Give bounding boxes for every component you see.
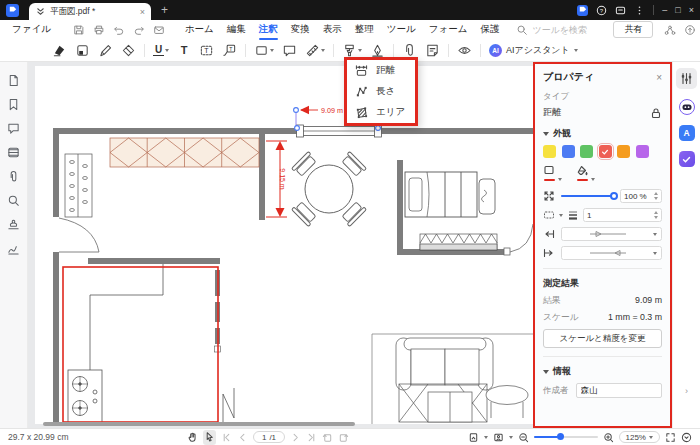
- attachment-icon[interactable]: [7, 170, 20, 183]
- fullscreen-icon[interactable]: [665, 432, 676, 443]
- highlight-icon[interactable]: [52, 43, 67, 58]
- document-tab[interactable]: 平面図.pdf * ×: [29, 3, 151, 20]
- panel-collapse-arrow[interactable]: ›: [685, 386, 688, 396]
- share-button[interactable]: 共有: [613, 21, 653, 38]
- stamp-icon[interactable]: [7, 218, 20, 231]
- menu-convert[interactable]: 変換: [289, 22, 312, 37]
- info-section[interactable]: 情報: [543, 365, 662, 378]
- save-icon[interactable]: [73, 24, 85, 36]
- rotate-left-icon[interactable]: [322, 432, 333, 443]
- new-tab-button[interactable]: +: [161, 4, 168, 16]
- collaborate-icon[interactable]: [664, 24, 676, 36]
- signature-icon[interactable]: [7, 242, 20, 255]
- textbox-icon[interactable]: T: [199, 43, 214, 58]
- select-tool-active[interactable]: [203, 430, 216, 445]
- hand-tool-icon[interactable]: [187, 432, 198, 443]
- menu-annotate[interactable]: 注釈: [257, 22, 280, 37]
- redo-icon[interactable]: [133, 24, 145, 36]
- help-icon[interactable]: ?: [596, 5, 607, 16]
- selection-handle[interactable]: [295, 126, 300, 131]
- line-end-select[interactable]: [561, 246, 662, 260]
- lock-icon[interactable]: [650, 107, 662, 119]
- tasks-icon[interactable]: [679, 151, 695, 167]
- area-highlight-icon[interactable]: [75, 43, 90, 58]
- minimize-button[interactable]: –: [662, 5, 667, 15]
- page-number-box[interactable]: 1 /1: [253, 431, 285, 443]
- tab-close-icon[interactable]: ×: [140, 7, 145, 17]
- menu-item-distance[interactable]: 距離: [347, 60, 415, 81]
- app-logo-icon[interactable]: [6, 4, 19, 17]
- text-icon[interactable]: T: [177, 44, 191, 56]
- first-page-icon[interactable]: [221, 432, 232, 443]
- view-mode-select[interactable]: [468, 432, 488, 443]
- underline-icon[interactable]: U: [153, 44, 169, 56]
- line-start-select[interactable]: [561, 227, 662, 241]
- maximize-button[interactable]: □: [675, 5, 680, 15]
- close-button[interactable]: ×: [689, 5, 694, 15]
- pencil-icon[interactable]: [98, 43, 113, 58]
- menu-file[interactable]: ファイル: [10, 22, 53, 37]
- mail-icon[interactable]: [153, 24, 165, 36]
- format-painter-icon[interactable]: [342, 43, 362, 58]
- bookmark-icon[interactable]: [7, 98, 20, 111]
- prev-page-icon[interactable]: [237, 432, 248, 443]
- note-icon[interactable]: [425, 43, 440, 58]
- next-page-icon[interactable]: [290, 432, 301, 443]
- document-canvas[interactable]: 9.15 m 9.09 m: [28, 62, 533, 428]
- read-mode-select[interactable]: [493, 432, 513, 443]
- zoom-level-select[interactable]: 125%: [619, 431, 660, 443]
- opacity-slider[interactable]: [561, 195, 614, 197]
- menu-item-area[interactable]: エリア: [347, 102, 415, 123]
- properties-toggle-icon[interactable]: [676, 68, 697, 89]
- swatch-purple[interactable]: [636, 145, 649, 158]
- swatch-orange[interactable]: [617, 145, 630, 158]
- horizontal-scrollbar[interactable]: [43, 422, 355, 426]
- author-input[interactable]: [576, 383, 663, 398]
- callout-icon[interactable]: T: [222, 43, 237, 58]
- search-input[interactable]: [532, 25, 604, 35]
- fill-color-picker[interactable]: [576, 165, 595, 181]
- visibility-icon[interactable]: [457, 43, 472, 58]
- last-page-icon[interactable]: [306, 432, 317, 443]
- zoom-out-icon[interactable]: [518, 432, 529, 443]
- comment-icon[interactable]: [7, 122, 20, 135]
- zoom-slider[interactable]: [534, 436, 598, 438]
- tool-search[interactable]: [516, 24, 604, 36]
- measure-icon[interactable]: [305, 43, 325, 58]
- shape-icon[interactable]: [254, 43, 274, 58]
- ai-robot-icon[interactable]: [679, 99, 695, 115]
- print-icon[interactable]: [93, 24, 105, 36]
- menu-home[interactable]: ホーム: [183, 22, 216, 37]
- opacity-spinner[interactable]: 100 %: [620, 189, 662, 203]
- line-width-spinner[interactable]: 1: [583, 208, 662, 222]
- eraser-icon[interactable]: [121, 43, 136, 58]
- selection-handle[interactable]: [376, 126, 381, 131]
- thumbnail-icon[interactable]: [7, 74, 20, 87]
- stroke-color-picker[interactable]: [543, 165, 562, 181]
- swatch-blue[interactable]: [562, 145, 575, 158]
- ai-assistant-button[interactable]: AI AIアシスタント: [489, 44, 578, 57]
- line-style-icon[interactable]: [543, 209, 555, 221]
- menu-organize[interactable]: 整理: [353, 22, 376, 37]
- rotate-right-icon[interactable]: [338, 432, 349, 443]
- cloud-upload-icon[interactable]: [684, 24, 696, 36]
- comment-icon[interactable]: [282, 43, 297, 58]
- attachment-icon[interactable]: [402, 43, 417, 58]
- menu-protect[interactable]: 保護: [478, 22, 501, 37]
- menu-edit[interactable]: 編集: [225, 22, 248, 37]
- swatch-yellow[interactable]: [543, 145, 556, 158]
- pages-icon[interactable]: [7, 146, 20, 159]
- swatch-red-selected[interactable]: [599, 145, 612, 158]
- auto-scroll-icon[interactable]: [681, 432, 692, 443]
- panel-close-icon[interactable]: ×: [656, 72, 662, 83]
- swatch-green[interactable]: [580, 145, 593, 158]
- zoom-in-icon[interactable]: [603, 432, 614, 443]
- translate-icon[interactable]: A: [679, 125, 695, 141]
- signature-icon[interactable]: [370, 43, 385, 58]
- feedback-icon[interactable]: [615, 5, 626, 16]
- search-icon[interactable]: [7, 194, 20, 207]
- more-menu-icon[interactable]: [634, 5, 645, 16]
- selection-handle[interactable]: [294, 108, 299, 113]
- menu-forms[interactable]: フォーム: [427, 22, 470, 37]
- menu-view[interactable]: 表示: [321, 22, 344, 37]
